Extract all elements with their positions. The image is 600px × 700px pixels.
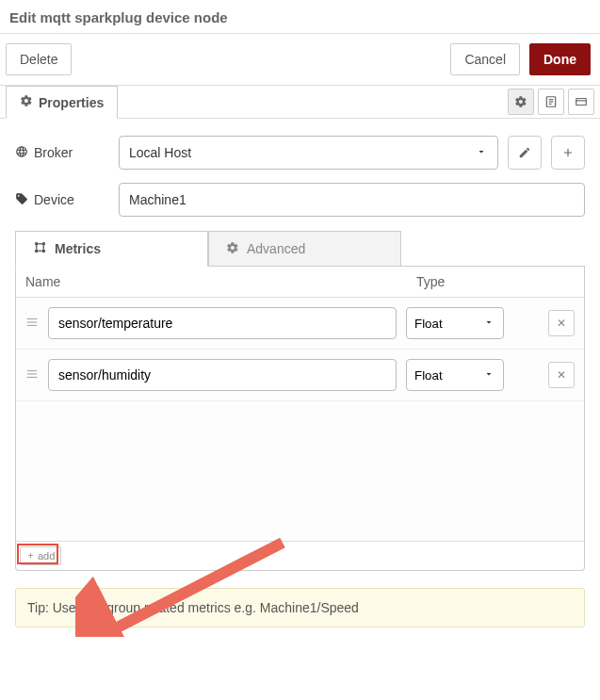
svg-rect-4	[576, 99, 587, 106]
svg-rect-18	[27, 373, 38, 374]
tab-metrics[interactable]: Metrics	[15, 231, 208, 267]
column-header-type: Type	[416, 274, 575, 289]
tip-box: Tip: Use '/' to group related metrics e.…	[15, 588, 585, 627]
svg-point-6	[35, 242, 39, 246]
plus-icon	[26, 550, 35, 562]
metric-row: Float ✕	[16, 350, 584, 401]
metric-name-input[interactable]	[48, 359, 397, 391]
top-button-bar: Delete Cancel Done	[0, 34, 600, 86]
svg-point-8	[35, 249, 39, 252]
metric-type-select[interactable]: Float	[406, 359, 504, 391]
tab-properties[interactable]: Properties	[6, 86, 118, 119]
device-input[interactable]	[119, 183, 585, 217]
add-metric-label: add	[38, 550, 55, 562]
svg-point-7	[41, 242, 45, 246]
add-metric-button[interactable]: add	[20, 546, 61, 565]
sub-tabs: Metrics Advanced	[15, 230, 585, 267]
svg-rect-17	[27, 369, 38, 370]
metric-name-input[interactable]	[48, 307, 397, 339]
delete-metric-button[interactable]: ✕	[548, 362, 575, 388]
tab-icon-description[interactable]	[538, 89, 564, 115]
svg-rect-16	[27, 324, 38, 325]
add-broker-button[interactable]	[551, 136, 585, 170]
edit-broker-button[interactable]	[508, 136, 542, 170]
broker-select[interactable]: Local Host	[119, 136, 498, 170]
done-button[interactable]: Done	[529, 43, 591, 75]
drag-handle-icon[interactable]	[25, 316, 39, 332]
gear-icon	[226, 241, 239, 257]
delete-button[interactable]: Delete	[6, 43, 72, 75]
svg-rect-15	[27, 321, 38, 322]
device-label: Device	[34, 192, 74, 207]
device-row: Device	[15, 183, 585, 217]
metric-row: Float ✕	[16, 298, 584, 350]
gear-icon	[20, 94, 33, 110]
tab-advanced-label: Advanced	[247, 241, 305, 256]
metrics-icon	[33, 240, 47, 257]
main-tabs: Properties	[0, 85, 600, 119]
svg-rect-14	[27, 317, 38, 318]
tag-icon	[15, 192, 28, 208]
metric-type-select[interactable]: Float	[406, 307, 504, 339]
broker-row: Broker Local Host	[15, 136, 585, 170]
column-header-name: Name	[25, 274, 416, 289]
svg-point-9	[41, 249, 45, 252]
dialog-title: Edit mqtt sparkplug device node	[0, 0, 600, 34]
tab-metrics-label: Metrics	[55, 241, 101, 256]
metrics-panel: Name Type Float ✕	[15, 267, 585, 571]
svg-rect-19	[27, 376, 38, 377]
broker-label: Broker	[34, 145, 73, 160]
cancel-button[interactable]: Cancel	[450, 43, 520, 75]
tab-icon-settings[interactable]	[508, 89, 534, 115]
tab-icon-appearance[interactable]	[568, 89, 594, 115]
globe-icon	[15, 145, 28, 161]
tab-advanced[interactable]: Advanced	[208, 231, 401, 267]
drag-handle-icon[interactable]	[25, 367, 39, 383]
tab-properties-label: Properties	[39, 95, 104, 110]
delete-metric-button[interactable]: ✕	[548, 310, 575, 336]
